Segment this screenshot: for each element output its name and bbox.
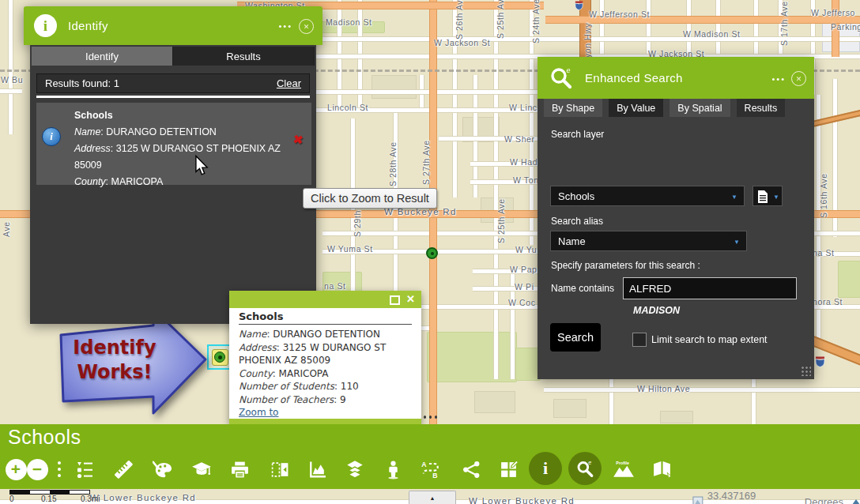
identify-panel: i Identify ••• ✕ Identify Results Result…	[24, 6, 322, 324]
map-label: W Ton	[513, 175, 539, 185]
directions-icon[interactable]: AB	[417, 456, 443, 483]
close-icon[interactable]: ✕	[299, 19, 314, 34]
expand-arrow-icon[interactable]	[852, 499, 860, 504]
tab-results[interactable]: Results	[737, 99, 786, 117]
search-suggestion[interactable]: MADISON	[633, 305, 680, 316]
map-label: W Pi	[515, 282, 534, 291]
tab-identify[interactable]: Identify	[32, 47, 173, 66]
info-icon: i	[34, 14, 57, 37]
search-panel-header[interactable]: e Enhanced Search ••• ✕	[538, 57, 814, 99]
result-field: CountyMARICOPA	[74, 174, 288, 190]
collapse-panel-icon[interactable]	[266, 456, 293, 483]
search-alias-label: Search alias	[551, 216, 603, 227]
map-label: nora St	[813, 297, 843, 307]
popup-titlebar[interactable]: ✕	[229, 291, 421, 308]
panel-drag-handle[interactable]	[422, 415, 439, 419]
panel-menu-icon[interactable]: •••	[771, 74, 786, 84]
map-label: S 29th	[353, 210, 362, 237]
annotation-text: Identify Works!	[68, 336, 161, 385]
tab-by-value[interactable]: By Value	[609, 99, 663, 117]
map-label: na St	[324, 281, 346, 291]
popup-title: Schools	[239, 310, 283, 322]
street	[473, 286, 545, 291]
results-divider	[36, 96, 310, 98]
edit-flip-icon[interactable]	[648, 456, 675, 483]
tab-results[interactable]: Results	[173, 47, 315, 66]
identify-result-icon: i	[42, 127, 61, 146]
search-icon: e	[549, 66, 575, 91]
coordinates-units: Degrees	[805, 496, 843, 504]
svg-text:e: e	[567, 66, 571, 74]
measure-icon[interactable]	[110, 456, 137, 483]
chevron-down-icon: ▼	[773, 194, 779, 201]
clear-link[interactable]: Clear	[277, 77, 301, 89]
close-icon[interactable]: ✕	[406, 293, 415, 305]
panel-menu-icon[interactable]: •••	[278, 21, 292, 31]
results-count: Results found: 1	[45, 77, 119, 89]
draw-icon[interactable]	[149, 456, 176, 483]
result-item[interactable]: i Schools NameDURANGO DETENTION Address3…	[36, 103, 311, 185]
tooltip-text: Click to Zoom to Result	[311, 192, 429, 205]
basemap-icon[interactable]	[495, 456, 522, 483]
search-alias-value: Name	[558, 235, 586, 247]
map-label: W Yu	[515, 245, 537, 254]
name-contains-input[interactable]	[623, 277, 797, 299]
street	[813, 231, 860, 236]
building-block	[474, 391, 515, 413]
street	[0, 88, 22, 94]
map-label: S 25th Ave	[496, 0, 505, 39]
search-tabs: By Shape By Value By Spatial Results	[544, 99, 785, 117]
attribute-table-toggle[interactable]: ▲	[409, 491, 456, 504]
params-heading: Specify parameters for this search :	[551, 260, 700, 271]
profile-icon[interactable]: Profile	[610, 456, 637, 483]
map-label: na St	[813, 248, 835, 258]
tab-by-shape[interactable]: By Shape	[544, 99, 602, 117]
map-label: S 24th Ave	[531, 0, 541, 43]
identify-panel-body: Identify Results Results found: 1 Clear …	[30, 45, 316, 324]
map-label: S 27th Ave	[421, 140, 431, 185]
legend-icon[interactable]	[71, 456, 98, 483]
search-layer-dropdown[interactable]: Schools ▼	[550, 186, 745, 206]
coordinates-value: 33.437169 -112.141895	[707, 490, 801, 504]
limit-extent-checkbox[interactable]	[632, 333, 647, 347]
identify-tabs: Identify Results	[32, 47, 315, 66]
building-block	[372, 75, 417, 99]
divider	[239, 324, 412, 325]
search-alias-dropdown[interactable]: Name ▼	[550, 231, 747, 251]
education-icon[interactable]	[188, 456, 215, 483]
panel-title: Identify	[68, 19, 108, 32]
result-field: Address3125 W DURANGO ST PHOENIX AZ 8500…	[74, 141, 288, 174]
map-point-symbol[interactable]	[426, 247, 438, 259]
zoom-to-link[interactable]: Zoom to	[239, 407, 278, 418]
chevron-down-icon: ▼	[734, 239, 740, 246]
coordinates-icon[interactable]	[692, 495, 703, 504]
layer-file-button[interactable]: ▼	[752, 186, 783, 206]
park-area	[838, 261, 860, 298]
chart-icon[interactable]	[304, 456, 330, 483]
map-label: S 17th Ave	[779, 1, 789, 46]
more-icon[interactable]	[46, 456, 73, 483]
svg-text:e: e	[588, 460, 591, 465]
interstate-shield-icon	[815, 356, 825, 367]
school-marker	[212, 349, 228, 366]
building-block	[553, 399, 587, 418]
print-icon[interactable]	[226, 456, 253, 483]
resize-grip[interactable]	[801, 366, 811, 376]
maximize-icon[interactable]	[390, 295, 400, 305]
layers-icon[interactable]	[341, 456, 368, 483]
identify-panel-header[interactable]: i Identify ••• ✕	[24, 6, 322, 45]
search-icon[interactable]: e	[568, 452, 602, 485]
streetview-icon[interactable]	[379, 456, 406, 483]
map-label: W Lower Buckeye Rd	[469, 496, 575, 504]
street	[8, 0, 13, 134]
map-label: W Jefferso	[811, 8, 855, 17]
close-icon[interactable]: ✕	[791, 71, 806, 86]
map-label: W Had	[510, 157, 538, 167]
map-label: S 26th Ave	[455, 0, 464, 39]
share-icon[interactable]	[458, 456, 485, 483]
map-label: W Sher	[504, 134, 535, 144]
remove-result-icon[interactable]: ✖	[292, 132, 304, 148]
search-button[interactable]: Search	[550, 323, 601, 352]
tab-by-spatial[interactable]: By Spatial	[670, 99, 730, 117]
identify-icon[interactable]: i	[529, 452, 562, 485]
